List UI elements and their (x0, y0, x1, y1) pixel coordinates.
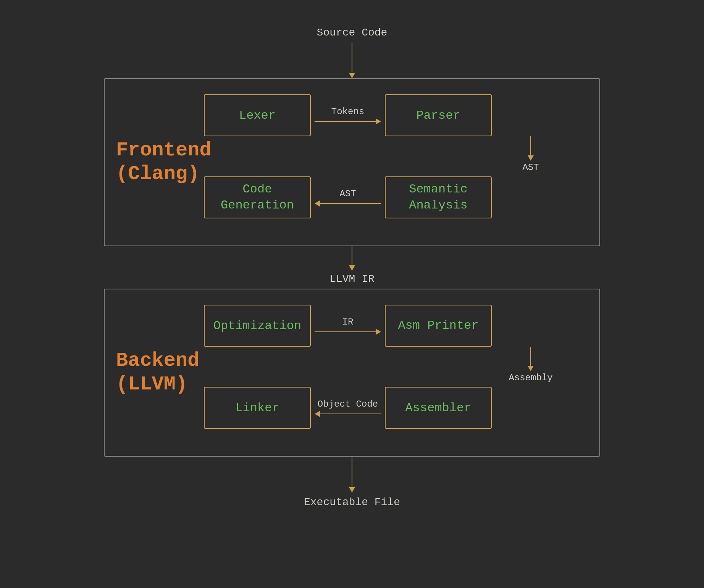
ir-arrow (315, 329, 381, 335)
ir-line (315, 331, 376, 332)
tokens-arrow-container: Tokens (315, 107, 381, 124)
object-code-arrow (315, 411, 381, 417)
executable-label: Executable File (304, 496, 400, 508)
tokens-arrow-line (315, 121, 376, 122)
object-code-label: Object Code (318, 399, 378, 409)
lexer-node: Lexer (204, 94, 311, 136)
llvm-ir-container: LLVM IR (329, 246, 375, 289)
assembly-down-wrapper: Assembly (477, 347, 584, 383)
object-code-arrow-container: Object Code (315, 399, 381, 417)
assembly-down-line (530, 347, 531, 366)
ast-left-line (320, 203, 381, 204)
ast-down-container: AST (204, 136, 584, 173)
backend-row-2: Linker Object Code Assembler (204, 387, 584, 429)
ast-down-line (530, 136, 531, 155)
executable-container: Executable File (304, 457, 400, 508)
tokens-label: Tokens (331, 107, 364, 117)
ast-left-arrow-container: AST (315, 189, 381, 207)
llvm-ir-head (349, 265, 355, 271)
ast-down-arrow-wrapper: AST (477, 136, 584, 173)
assembly-down-head (528, 366, 534, 371)
source-arrow-head (349, 73, 355, 78)
assembly-label: Assembly (509, 373, 552, 383)
frontend-box: Frontend(Clang) Lexer Tokens Parser (104, 78, 600, 246)
source-arrow-line (352, 42, 352, 73)
linker-node: Linker (204, 387, 311, 429)
executable-line (352, 457, 352, 487)
parser-node: Parser (385, 94, 492, 136)
optimization-node: Optimization (204, 305, 311, 347)
source-code-label: Source Code (317, 27, 388, 39)
ir-arrow-container: IR (315, 317, 381, 335)
llvm-ir-line (352, 246, 352, 265)
ast-down-head (528, 155, 534, 161)
tokens-arrow (315, 118, 381, 124)
ast-left-head (315, 200, 320, 207)
ast-down-arrow (528, 136, 534, 161)
ir-label: IR (342, 317, 354, 327)
source-arrow-container: Source Code (317, 27, 388, 78)
assembly-down-container: Assembly (204, 347, 584, 383)
assembler-node: Assembler (385, 387, 492, 429)
llvm-ir-label: LLVM IR (329, 273, 375, 285)
ast-left-label: AST (339, 189, 356, 199)
executable-head (349, 487, 355, 493)
tokens-arrow-head (376, 118, 381, 124)
assembly-down-arrow (528, 347, 534, 371)
backend-label: Backend(LLVM) (116, 349, 199, 397)
backend-box: Backend(LLVM) Optimization IR Asm Printe… (104, 289, 600, 457)
ir-head (376, 329, 381, 335)
compiler-diagram: Source Code Frontend(Clang) Lexer Tokens (47, 27, 657, 561)
executable-arrow (349, 457, 355, 493)
frontend-row-1: Lexer Tokens Parser (204, 94, 584, 136)
ast-down-label: AST (522, 162, 539, 173)
frontend-label: Frontend(Clang) (116, 139, 212, 186)
frontend-row-2: Code Generation AST Semantic Analysis (204, 176, 584, 218)
source-arrow (349, 42, 355, 78)
backend-row-1: Optimization IR Asm Printer (204, 305, 584, 347)
llvm-ir-arrow (349, 246, 355, 271)
semantic-analysis-node: Semantic Analysis (385, 176, 492, 218)
code-generation-node: Code Generation (204, 176, 311, 218)
object-code-line (320, 414, 381, 414)
ast-left-arrow (315, 200, 381, 207)
asm-printer-node: Asm Printer (385, 305, 492, 347)
object-code-head (315, 411, 320, 417)
